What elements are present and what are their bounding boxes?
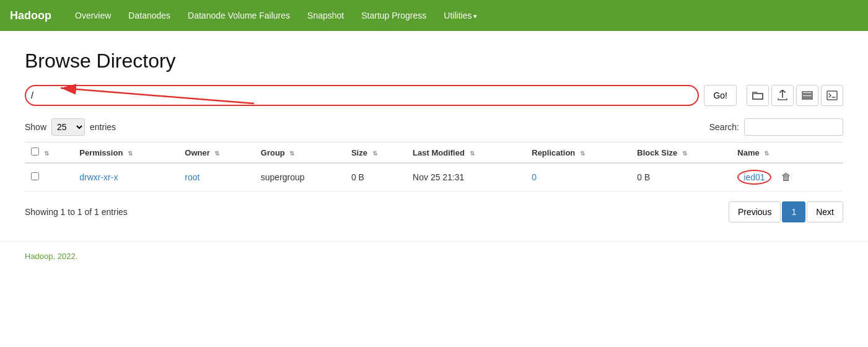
table-footer: Showing 1 to 1 of 1 entries Previous 1 N… [25,201,843,222]
sort-icon-block-size[interactable]: ⇅ [682,150,687,157]
nav-startup-progress[interactable]: Startup Progress [353,0,435,31]
owner-col-header: Owner ⇅ [178,143,254,164]
nav-datanode-volume-failures[interactable]: Datanode Volume Failures [179,0,299,31]
search-input[interactable] [744,118,843,136]
sort-icon-permission[interactable]: ⇅ [128,150,133,157]
permission-col-header: Permission ⇅ [73,143,178,164]
sort-icon-owner[interactable]: ⇅ [214,150,219,157]
replication-label: Replication [532,148,575,157]
permission-label: Permission [79,148,123,157]
block-size-col-header: Block Size ⇅ [631,143,731,164]
go-button[interactable]: Go! [704,85,737,106]
checkbox-col-header: ⇅ [25,143,73,164]
list-icon [802,90,813,100]
group-label: Group [261,148,285,157]
svg-rect-3 [827,91,837,100]
svg-rect-0 [802,92,812,94]
row-checkbox[interactable] [31,172,39,180]
table-header: ⇅ Permission ⇅ Owner ⇅ Group ⇅ Size ⇅ [25,143,843,164]
entries-select[interactable]: 10 25 50 100 [51,118,85,136]
folder-open-button[interactable] [747,85,769,106]
path-bar: Go! [25,85,843,106]
permission-link[interactable]: drwxr-xr-x [79,172,118,182]
sort-icon-last-modified[interactable]: ⇅ [470,150,475,157]
last-modified-col-header: Last Modified ⇅ [406,143,525,164]
replication-col-header: Replication ⇅ [525,143,631,164]
select-all-checkbox[interactable] [31,147,39,156]
page-title: Browse Directory [25,50,843,72]
folder-open-icon [752,90,763,100]
sort-icon-replication[interactable]: ⇅ [580,150,585,157]
nav-snapshot[interactable]: Snapshot [299,0,353,31]
show-label: Show [25,122,46,132]
row-checkbox-cell [25,163,73,191]
table-body: drwxr-xr-x root supergroup 0 B Nov 25 21… [25,163,843,191]
show-entries: Show 10 25 50 100 entries [25,118,116,136]
name-label: Name [737,148,759,157]
next-button[interactable]: Next [807,201,843,222]
permission-cell: drwxr-xr-x [73,163,178,191]
search-box: Search: [709,118,843,136]
showing-text: Showing 1 to 1 of 1 entries [25,207,128,217]
group-col-header: Group ⇅ [255,143,345,164]
previous-button[interactable]: Previous [729,201,781,222]
size-cell: 0 B [345,163,406,191]
table-controls: Show 10 25 50 100 entries Search: [25,118,843,136]
size-col-header: Size ⇅ [345,143,406,164]
nav-utilities[interactable]: Utilities [435,0,486,32]
sort-icon-size[interactable]: ⇅ [372,150,377,157]
delete-button[interactable]: 🗑 [778,170,795,184]
directory-table: ⇅ Permission ⇅ Owner ⇅ Group ⇅ Size ⇅ [25,142,843,191]
replication-cell: 0 [525,163,631,191]
name-cell: ied01 🗑 [731,163,843,191]
pagination: Previous 1 Next [729,201,843,222]
name-col-header: Name ⇅ [731,143,843,164]
navbar-links: Overview Datanodes Datanode Volume Failu… [66,0,486,32]
path-row: Go! [25,85,843,106]
size-label: Size [351,148,367,157]
owner-link[interactable]: root [185,172,199,182]
svg-rect-1 [802,95,812,97]
replication-link[interactable]: 0 [532,172,537,182]
last-modified-label: Last Modified [413,148,465,157]
svg-rect-2 [802,98,812,99]
terminal-button[interactable] [821,85,843,106]
owner-cell: root [178,163,254,191]
footer-text: Hadoop, 2022. [25,252,77,261]
sort-icon-group[interactable]: ⇅ [289,150,294,157]
sort-icon-name[interactable]: ⇅ [764,150,769,157]
group-cell: supergroup [255,163,345,191]
last-modified-cell: Nov 25 21:31 [406,163,525,191]
icon-buttons [747,85,843,106]
upload-icon [777,90,788,101]
search-label: Search: [709,122,739,132]
upload-button[interactable] [771,85,794,106]
owner-label: Owner [185,148,209,157]
nav-datanodes[interactable]: Datanodes [120,0,179,31]
sort-icon-0: ⇅ [44,150,49,157]
navbar: Hadoop Overview Datanodes Datanode Volum… [0,0,868,31]
navbar-brand[interactable]: Hadoop [10,9,51,22]
block-size-cell: 0 B [631,163,731,191]
name-link[interactable]: ied01 [737,170,771,185]
main-content: Browse Directory Go! [0,31,868,235]
block-size-label: Block Size [637,148,677,157]
table-row: drwxr-xr-x root supergroup 0 B Nov 25 21… [25,163,843,191]
list-button[interactable] [796,85,818,106]
path-input[interactable] [25,85,699,106]
entries-label: entries [90,122,116,132]
page-1-button[interactable]: 1 [782,201,805,222]
nav-overview[interactable]: Overview [66,0,120,31]
page-footer: Hadoop, 2022. [0,241,868,271]
terminal-icon [826,90,838,100]
